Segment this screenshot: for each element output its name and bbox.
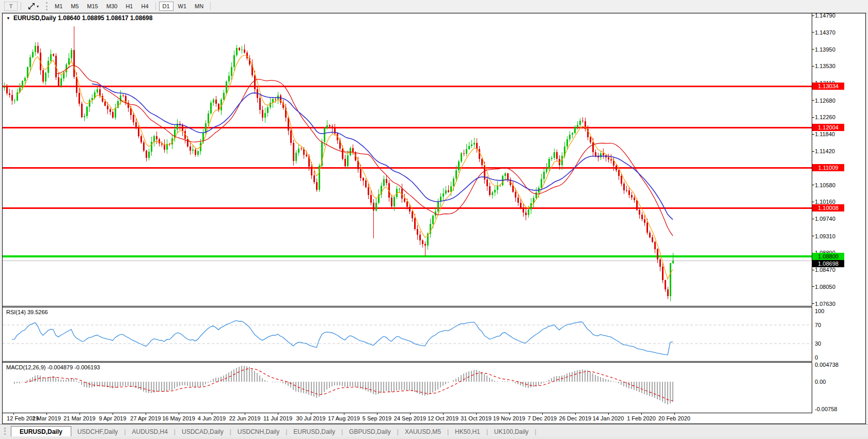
date-axis-tick <box>146 413 146 415</box>
rsi-tick-label: 0 <box>815 354 851 361</box>
timeframe-m15[interactable]: M15 <box>84 2 102 11</box>
tab-gbpusd-daily[interactable]: GBPUSD,Daily <box>343 427 397 437</box>
price-chart-plot[interactable] <box>3 13 812 306</box>
tab-divider: | <box>535 428 536 435</box>
collapse-triangle-icon[interactable]: ▼ <box>6 16 10 21</box>
arrange-windows-button[interactable]: ▾ <box>24 2 42 11</box>
price-axis-tick <box>812 202 814 202</box>
date-axis-tick <box>575 413 576 415</box>
date-axis-tick <box>410 413 411 415</box>
price-axis-tick <box>812 15 814 16</box>
timeframe-group: M1M5M15M30H1H4D1W1MN <box>51 2 208 11</box>
text-tool-button[interactable]: T <box>4 2 18 11</box>
resistance-price-badge: 1.13034 <box>812 83 844 90</box>
tab-eurusd-daily[interactable]: EURUSD,Daily <box>11 426 71 437</box>
price-tick-label: 1.13530 <box>815 62 851 70</box>
tab-eurusd-daily[interactable]: EURUSD,Daily <box>287 427 341 437</box>
price-axis-tick <box>812 236 814 236</box>
rsi-tick-label: 70 <box>815 321 851 329</box>
rsi-plot[interactable] <box>3 307 812 361</box>
price-axis-tick <box>812 49 814 50</box>
date-axis-tick <box>344 413 344 415</box>
price-tick-label: 1.11420 <box>815 148 851 155</box>
toolbar: T ▾ M1M5M15M30H1H4D1W1MN <box>0 0 868 13</box>
timeframe-h4[interactable]: H4 <box>137 2 152 11</box>
chart-tab-bar: EURUSD,DailyUSDCHF,Daily|AUDUSD,H4|USDCA… <box>0 424 868 437</box>
date-axis-tick <box>608 413 609 415</box>
price-axis-tick <box>812 134 814 135</box>
status-strip <box>0 436 868 439</box>
timeframe-h1[interactable]: H1 <box>122 2 136 11</box>
price-tick-label: 1.12260 <box>815 113 851 121</box>
date-axis-tick <box>377 413 377 415</box>
toolbar-grip <box>46 2 48 10</box>
date-axis-tick <box>245 413 245 415</box>
price-axis-tick <box>812 286 814 287</box>
resistance-price-badge: 1.11009 <box>812 164 844 171</box>
macd-label: MACD(12,26,9) -0.004879 -0.006193 <box>6 364 100 370</box>
price-tick-label: 1.11840 <box>815 131 851 138</box>
date-axis-tick <box>641 413 642 415</box>
mt4-terminal-window: T ▾ M1M5M15M30H1H4D1W1MN ▼EURUSD,Daily 1… <box>0 0 868 439</box>
price-axis-tick <box>812 219 814 219</box>
price-tick-label: 1.13950 <box>815 46 851 53</box>
price-tick-label: 1.09310 <box>815 233 851 240</box>
price-axis-tick <box>812 185 814 185</box>
timeframe-m30[interactable]: M30 <box>103 2 121 11</box>
macd-tick-label: 0.00 <box>815 378 851 385</box>
price-axis-tick <box>812 66 814 67</box>
date-axis-tick <box>542 413 543 415</box>
tab-usdchf-daily[interactable]: USDCHF,Daily <box>71 427 124 437</box>
rsi-tick-label: 30 <box>815 340 851 347</box>
tab-audusd-h4[interactable]: AUDUSD,H4 <box>126 427 174 437</box>
tab-usdcad-daily[interactable]: USDCAD,Daily <box>176 427 230 437</box>
price-axis-tick <box>812 270 814 270</box>
chart-title: ▼EURUSD,Daily 1.08640 1.08895 1.08617 1.… <box>6 14 152 22</box>
price-axis-tick <box>812 32 814 32</box>
price-tick-label: 1.07630 <box>815 300 851 307</box>
date-axis-tick <box>179 413 179 415</box>
price-tick-label: 1.14370 <box>815 29 851 36</box>
date-axis-tick <box>278 413 278 415</box>
date-axis-tick <box>212 413 212 415</box>
price-axis-tick <box>812 303 814 304</box>
date-axis-tick <box>311 413 311 415</box>
timeframe-mn[interactable]: MN <box>191 2 207 11</box>
date-axis-tick <box>476 413 477 415</box>
macd-tick-label: 0.004738 <box>815 361 851 368</box>
tab-hk50-h1[interactable]: HK50,H1 <box>449 427 486 437</box>
timeframe-w1[interactable]: W1 <box>175 2 191 11</box>
date-axis-tick <box>443 413 444 415</box>
price-tick-label: 1.14790 <box>815 12 851 19</box>
price-axis-tick <box>812 151 814 152</box>
toolbar-separator <box>21 2 21 10</box>
tab-usdcnh-daily[interactable]: USDCNH,Daily <box>231 427 286 437</box>
date-axis-tick <box>13 413 14 415</box>
price-tick-label: 1.10580 <box>815 182 851 189</box>
timeframe-m5[interactable]: M5 <box>67 2 82 11</box>
price-axis-tick <box>812 100 814 101</box>
tabbar-grip <box>4 428 6 435</box>
resistance-price-badge: 1.10008 <box>812 204 844 212</box>
macd-plot[interactable] <box>3 363 812 413</box>
support-price-badge: 1.08800 <box>812 253 844 260</box>
rsi-tick-label: 100 <box>815 307 851 315</box>
price-tick-label: 1.12680 <box>815 97 851 104</box>
tab-xauusd-m5[interactable]: XAUUSD,M5 <box>399 427 447 437</box>
date-label: 20 Feb 2020 <box>653 415 696 421</box>
timeframe-m1[interactable]: M1 <box>51 2 66 11</box>
resistance-price-badge: 1.12004 <box>812 124 844 131</box>
rsi-label: RSI(14) 39.5266 <box>6 309 48 315</box>
price-axis-tick <box>812 117 814 118</box>
price-tick-label: 1.09740 <box>815 215 851 222</box>
date-axis-tick <box>509 413 510 415</box>
price-tick-label: 1.08050 <box>815 283 851 290</box>
timeframe-d1[interactable]: D1 <box>159 2 173 11</box>
toolbar-separator <box>155 2 156 10</box>
current-price-badge: 1.08698 <box>812 260 844 267</box>
chevron-down-icon: ▾ <box>37 4 39 9</box>
tab-uk100-daily[interactable]: UK100,Daily <box>488 427 535 437</box>
macd-tick-label: -0.00758 <box>815 405 851 413</box>
diagonal-arrows-icon <box>28 3 35 10</box>
toolbar-separator <box>210 2 211 10</box>
